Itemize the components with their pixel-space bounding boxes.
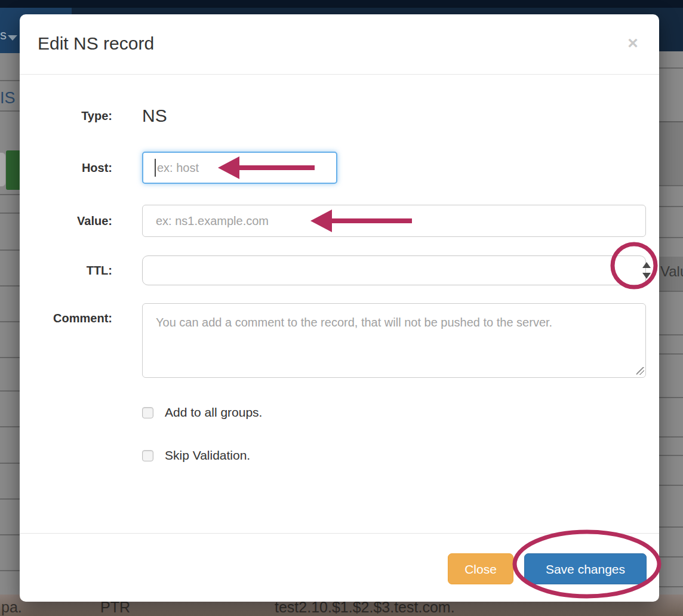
ttl-select[interactable] [142, 255, 646, 285]
skip-validation-checkbox[interactable] [142, 450, 153, 461]
background-table-band [659, 121, 683, 185]
value-field-row: Value: [38, 205, 646, 237]
page-heading-fragment: IS S [0, 88, 20, 107]
top-bar [0, 0, 683, 8]
host-field-row: Host: [38, 152, 646, 184]
background-green-button-fragment [6, 150, 20, 190]
comment-textarea[interactable] [142, 303, 646, 378]
ttl-label: TTL: [20, 255, 112, 285]
background-right-strip: Valu [659, 51, 683, 595]
close-icon[interactable]: × [622, 32, 644, 54]
host-label: Host: [20, 152, 112, 184]
row-host-fragment: pa. [1, 598, 22, 616]
comment-label: Comment: [20, 312, 112, 325]
add-to-all-groups-label: Add to all groups. [165, 405, 262, 420]
modal-header: Edit NS record × [20, 14, 659, 75]
text-cursor [155, 159, 156, 177]
add-to-all-groups-checkbox[interactable] [142, 407, 153, 418]
navbar-menu-label-fragment: s [0, 27, 7, 43]
host-input[interactable] [142, 152, 337, 184]
chevron-down-icon [8, 35, 17, 41]
skip-validation-label: Skip Validation. [165, 448, 250, 463]
ttl-field-row: TTL: [38, 255, 646, 285]
modal-footer: Close Save changes [20, 533, 659, 602]
value-input[interactable] [142, 205, 646, 237]
column-header-fragment: Valu [660, 263, 683, 281]
type-value: NS [142, 101, 167, 131]
edit-ns-record-modal: Edit NS record × Type: NS Host: Value: T… [20, 14, 659, 602]
comment-field-row: Comment: [38, 303, 646, 378]
type-label: Type: [20, 101, 112, 131]
page: s IS S Valu [0, 0, 683, 616]
modal-title: Edit NS record [38, 30, 154, 57]
background-left-strip: IS S [0, 51, 20, 595]
background-button-fragment [0, 152, 6, 187]
save-changes-button[interactable]: Save changes [524, 553, 647, 584]
close-button[interactable]: Close [448, 553, 513, 584]
value-label: Value: [20, 205, 112, 237]
type-field-row: Type: NS [38, 101, 646, 131]
